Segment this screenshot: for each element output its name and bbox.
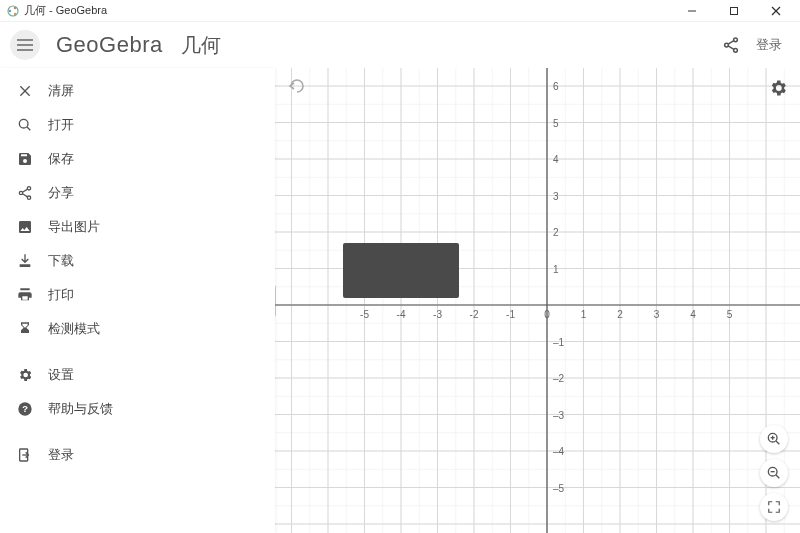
app-header: GeoGebra 几何 登录 [0, 22, 800, 68]
menu-item-print[interactable]: 打印 [0, 278, 275, 312]
svg-line-113 [776, 441, 779, 444]
svg-point-18 [19, 119, 28, 128]
window-titlebar: 几何 - GeoGebra [0, 0, 800, 22]
zoom-in-button[interactable] [760, 425, 788, 453]
undo-button[interactable] [287, 78, 307, 98]
menu-item-label: 设置 [48, 366, 74, 384]
svg-line-117 [776, 475, 779, 478]
y-tick-label: 6 [553, 81, 559, 92]
svg-point-21 [19, 191, 22, 194]
svg-point-2 [14, 6, 16, 8]
canvas-tooltip [343, 243, 460, 298]
menu-item-label: 打印 [48, 286, 74, 304]
sidebar-menu: 清屏 打开 保存 分享 导出图片 下载 打印 检测模式 [0, 68, 275, 533]
x-tick-label: -2 [470, 309, 479, 320]
grid [275, 68, 800, 533]
y-tick-label: –4 [553, 446, 564, 457]
menu-item-share[interactable]: 分享 [0, 176, 275, 210]
window-controls [680, 2, 794, 20]
x-tick-label: 5 [727, 309, 733, 320]
y-tick-label: 2 [553, 227, 559, 238]
svg-point-3 [14, 12, 16, 14]
y-tick-label: –1 [553, 336, 564, 347]
login-icon [14, 447, 36, 463]
y-tick-label: 5 [553, 117, 559, 128]
y-tick-label: –3 [553, 409, 564, 420]
svg-rect-5 [731, 7, 738, 14]
close-window-button[interactable] [764, 2, 788, 20]
share-button[interactable] [714, 28, 748, 62]
help-icon: ? [14, 401, 36, 417]
print-icon [14, 287, 36, 303]
x-tick-label: -5 [360, 309, 369, 320]
fullscreen-button[interactable] [760, 493, 788, 521]
menu-item-login[interactable]: 登录 [0, 438, 275, 472]
share-icon [14, 185, 36, 201]
close-icon [14, 83, 36, 99]
x-tick-label: 2 [617, 309, 623, 320]
menu-item-image[interactable]: 导出图片 [0, 210, 275, 244]
svg-point-11 [734, 38, 738, 42]
menu-item-help[interactable]: ? 帮助与反馈 [0, 392, 275, 426]
x-tick-label: 4 [690, 309, 696, 320]
minimize-button[interactable] [680, 2, 704, 20]
svg-point-12 [725, 43, 729, 47]
menu-item-download[interactable]: 下载 [0, 244, 275, 278]
menu-item-label: 清屏 [48, 82, 74, 100]
gear-icon [14, 367, 36, 383]
search-icon [14, 117, 36, 133]
svg-point-22 [27, 196, 30, 199]
canvas-settings-button[interactable] [768, 78, 788, 102]
window-title: 几何 - GeoGebra [24, 3, 107, 18]
svg-line-15 [728, 46, 734, 49]
svg-line-19 [27, 127, 30, 130]
x-tick-label: 0 [544, 309, 550, 320]
svg-point-1 [9, 9, 11, 11]
menu-item-hourglass[interactable]: 检测模式 [0, 312, 275, 346]
x-tick-label: 1 [581, 309, 587, 320]
svg-point-13 [734, 48, 738, 52]
menu-item-label: 保存 [48, 150, 74, 168]
menu-item-label: 下载 [48, 252, 74, 270]
x-tick-label: 3 [654, 309, 660, 320]
x-tick-label: -3 [433, 309, 442, 320]
hamburger-menu-button[interactable] [10, 30, 40, 60]
menu-item-save[interactable]: 保存 [0, 142, 275, 176]
main-area: 清屏 打开 保存 分享 导出图片 下载 打印 检测模式 [0, 68, 800, 533]
menu-item-label: 导出图片 [48, 218, 100, 236]
x-tick-label: -4 [397, 309, 406, 320]
menu-item-label: 登录 [48, 446, 74, 464]
y-tick-label: –5 [553, 482, 564, 493]
svg-line-23 [22, 189, 27, 192]
svg-text:?: ? [22, 404, 28, 414]
app-name: 几何 [181, 32, 221, 59]
download-icon [14, 253, 36, 269]
y-tick-label: 3 [553, 190, 559, 201]
app-favicon [6, 4, 20, 18]
hourglass-icon [14, 321, 36, 337]
menu-item-label: 分享 [48, 184, 74, 202]
svg-line-14 [728, 41, 734, 44]
menu-item-search[interactable]: 打开 [0, 108, 275, 142]
image-icon [14, 219, 36, 235]
svg-point-20 [27, 187, 30, 190]
menu-item-label: 帮助与反馈 [48, 400, 113, 418]
brand-logo: GeoGebra [56, 32, 163, 58]
menu-item-label: 打开 [48, 116, 74, 134]
maximize-button[interactable] [722, 2, 746, 20]
y-tick-label: –2 [553, 373, 564, 384]
y-tick-label: 4 [553, 154, 559, 165]
menu-item-close[interactable]: 清屏 [0, 74, 275, 108]
login-link[interactable]: 登录 [756, 36, 782, 54]
zoom-out-button[interactable] [760, 459, 788, 487]
menu-item-gear[interactable]: 设置 [0, 358, 275, 392]
save-icon [14, 151, 36, 167]
x-tick-label: -1 [506, 309, 515, 320]
graph-canvas[interactable]: -5-4-3-2-1012345–5–4–3–2–1123456 [275, 68, 800, 533]
svg-line-24 [22, 194, 27, 197]
menu-item-label: 检测模式 [48, 320, 100, 338]
y-tick-label: 1 [553, 263, 559, 274]
